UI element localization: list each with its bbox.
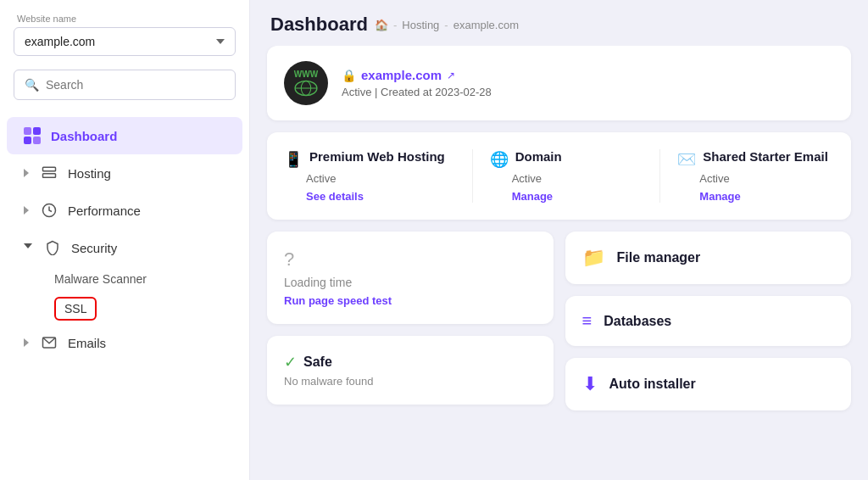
sidebar-item-label-dashboard: Dashboard xyxy=(51,129,117,143)
services-card: 📱 Premium Web Hosting Active See details… xyxy=(267,132,851,220)
sidebar-item-emails[interactable]: Emails xyxy=(7,324,242,361)
page-speed-link[interactable]: Run page speed test xyxy=(284,294,537,307)
website-name-label: Website name xyxy=(17,14,232,24)
service-status-hosting: Active xyxy=(306,172,459,185)
auto-installer-icon: ⬇ xyxy=(582,373,598,395)
lock-icon: 🔒 xyxy=(342,69,356,82)
bottom-grid: ? Loading time Run page speed test ✓ Saf… xyxy=(267,232,851,410)
email-service-icon: ✉️ xyxy=(677,150,696,169)
breadcrumb-home-icon: 🏠 xyxy=(375,19,388,31)
dashboard-icon xyxy=(24,127,41,144)
service-domain: 🌐 Domain Active Manage xyxy=(472,149,647,203)
arrow-icon-perf xyxy=(24,206,29,215)
sidebar-item-hosting[interactable]: Hosting xyxy=(7,154,242,192)
breadcrumb-domain: example.com xyxy=(453,19,519,31)
sidebar-item-label-emails: Emails xyxy=(68,336,106,350)
databases-label: Databases xyxy=(604,314,671,329)
sidebar-item-performance[interactable]: Performance xyxy=(7,192,242,229)
file-manager-label: File manager xyxy=(617,250,701,265)
domain-link[interactable]: example.com xyxy=(361,68,442,82)
domain-service-icon: 🌐 xyxy=(490,150,509,169)
service-name-hosting: 📱 Premium Web Hosting xyxy=(284,149,459,169)
content-area: WWW 🔒 example.com ↗ Active | Created at … xyxy=(250,46,868,480)
website-selector[interactable]: example.com xyxy=(14,27,236,56)
service-name-domain: 🌐 Domain xyxy=(490,149,647,169)
breadcrumb-hosting: Hosting xyxy=(402,19,439,31)
sidebar-item-label-security: Security xyxy=(71,241,117,255)
search-icon: 🔍 xyxy=(25,78,39,92)
domain-status: Active | Created at 2023-02-28 xyxy=(342,86,492,98)
www-logo: WWW xyxy=(284,61,328,105)
search-box[interactable]: 🔍 xyxy=(14,70,236,100)
service-status-domain: Active xyxy=(512,172,647,185)
security-subitems: Malware Scanner SSL xyxy=(0,266,249,324)
website-selector-text: example.com xyxy=(25,35,95,48)
bottom-right: 📁 File manager ≡ Databases ⬇ Auto instal… xyxy=(565,232,852,410)
loading-time-widget: ? Loading time Run page speed test xyxy=(267,232,554,324)
databases-card[interactable]: ≡ Databases xyxy=(565,296,852,346)
file-manager-card[interactable]: 📁 File manager xyxy=(565,232,852,284)
safe-subtitle: No malware found xyxy=(284,375,537,388)
arrow-icon xyxy=(24,169,29,177)
arrow-icon-security xyxy=(24,243,32,253)
file-manager-icon: 📁 xyxy=(582,247,605,269)
domain-name-row: 🔒 example.com ↗ xyxy=(342,68,492,82)
service-link-email[interactable]: Manage xyxy=(699,190,834,203)
search-input[interactable] xyxy=(46,78,225,92)
service-email: ✉️ Shared Starter Email Active Manage xyxy=(659,149,834,203)
databases-icon: ≡ xyxy=(582,311,593,331)
security-icon xyxy=(44,239,61,256)
bottom-left: ? Loading time Run page speed test ✓ Saf… xyxy=(267,232,554,410)
arrow-icon-emails xyxy=(24,338,29,347)
service-link-domain[interactable]: Manage xyxy=(512,190,647,203)
svg-rect-0 xyxy=(43,167,56,171)
safe-card: ✓ Safe No malware found xyxy=(267,336,554,405)
chevron-down-icon xyxy=(216,39,225,44)
svg-rect-1 xyxy=(43,174,56,178)
performance-icon xyxy=(41,202,58,219)
page-title: Dashboard xyxy=(270,14,368,36)
safe-title-row: ✓ Safe xyxy=(284,353,537,371)
sidebar-item-label-hosting: Hosting xyxy=(68,166,111,181)
email-icon xyxy=(41,334,58,351)
auto-installer-label: Auto installer xyxy=(609,377,696,392)
service-web-hosting: 📱 Premium Web Hosting Active See details xyxy=(284,149,459,203)
main-content: Dashboard 🏠 - Hosting - example.com WWW xyxy=(250,0,868,480)
sidebar-item-dashboard[interactable]: Dashboard xyxy=(7,117,242,154)
sidebar-item-security[interactable]: Security xyxy=(7,229,242,266)
service-status-email: Active xyxy=(699,172,834,185)
service-name-email: ✉️ Shared Starter Email xyxy=(677,149,834,169)
sidebar: Website name example.com 🔍 Dashboard Hos… xyxy=(0,0,250,480)
auto-installer-card[interactable]: ⬇ Auto installer xyxy=(565,358,852,410)
main-header: Dashboard 🏠 - Hosting - example.com xyxy=(250,0,868,46)
loading-time-label: Loading time xyxy=(284,276,537,289)
safe-title: Safe xyxy=(303,354,332,370)
external-link-icon: ↗ xyxy=(447,70,455,81)
check-icon: ✓ xyxy=(284,353,297,371)
sidebar-subitem-ssl[interactable]: SSL xyxy=(54,297,97,321)
domain-info: 🔒 example.com ↗ Active | Created at 2023… xyxy=(342,68,492,98)
breadcrumb-sep-2: - xyxy=(444,19,448,31)
hosting-icon xyxy=(41,165,58,181)
sidebar-item-label-performance: Performance xyxy=(68,204,141,218)
sidebar-subitem-malware-scanner[interactable]: Malware Scanner xyxy=(44,266,249,292)
service-link-hosting[interactable]: See details xyxy=(306,190,459,203)
breadcrumb: 🏠 - Hosting - example.com xyxy=(375,19,519,31)
hosting-service-icon: 📱 xyxy=(284,150,303,169)
domain-card: WWW 🔒 example.com ↗ Active | Created at … xyxy=(267,46,851,120)
breadcrumb-sep-1: - xyxy=(393,19,397,31)
question-icon: ? xyxy=(284,248,537,271)
